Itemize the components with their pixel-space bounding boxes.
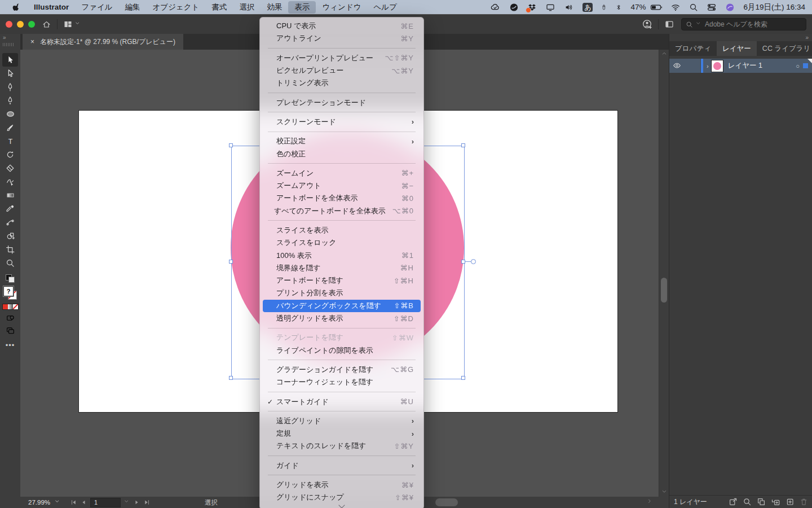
wifi-icon[interactable] (670, 3, 681, 12)
eraser-tool[interactable] (2, 161, 18, 175)
fill-swatch[interactable]: ? (3, 286, 14, 296)
expand-layer-icon[interactable]: › (707, 63, 709, 69)
artboard-number-input[interactable]: 1 (90, 498, 121, 507)
display-icon[interactable] (545, 3, 555, 12)
view-menu-item-3[interactable]: オーバープリントプレビュー⌥⇧⌘Y (263, 52, 421, 64)
menubar-item-2[interactable]: オブジェクト (147, 1, 206, 14)
layer-thumbnail[interactable] (711, 60, 723, 72)
view-menu-item-9[interactable]: スクリーンモード› (263, 116, 421, 128)
panel-tab-2[interactable]: CC ライブラリ (757, 41, 812, 56)
type-tool[interactable]: T (2, 134, 18, 148)
view-menu-item-42[interactable]: グリッドを表示⌘¥ (263, 479, 421, 491)
bbox-handle-top-left[interactable] (229, 143, 233, 147)
gradient-fill-button[interactable] (8, 304, 13, 309)
menubar-item-0[interactable]: ファイル (75, 1, 118, 14)
view-menu-item-11[interactable]: 校正設定› (263, 135, 421, 147)
dock-grip-icon[interactable] (3, 43, 14, 46)
chevron-down-icon[interactable] (124, 500, 130, 505)
menubar-item-6[interactable]: 表示 (288, 1, 316, 14)
ellipse-tool[interactable] (2, 107, 18, 121)
creative-cloud-icon[interactable] (509, 3, 519, 12)
bbox-handle-middle-left[interactable] (229, 260, 233, 264)
document-tab[interactable]: × 名称未設定-1* @ 27.99 % (RGB/プレビュー) (23, 34, 183, 50)
bluetooth-icon[interactable] (615, 3, 622, 12)
layer-row[interactable]: › レイヤー 1 ○ (669, 59, 812, 73)
artboard-tool[interactable] (2, 243, 18, 256)
apple-menu[interactable] (6, 2, 28, 12)
none-fill-button[interactable] (13, 304, 18, 309)
zoom-tool[interactable] (2, 256, 18, 270)
gradient-tool[interactable] (2, 189, 18, 202)
last-artboard-icon[interactable] (143, 499, 151, 506)
view-menu-item-36[interactable]: 遠近グリッド› (263, 415, 421, 427)
horizontal-scroll-thumb[interactable] (435, 498, 458, 506)
menubar-clock[interactable]: 6月19日(土) 16:34 (743, 2, 805, 12)
panel-toggle-icon[interactable] (664, 20, 674, 29)
vertical-scroll-thumb[interactable] (661, 278, 667, 303)
dropbox-icon[interactable] (527, 3, 537, 12)
menubar-item-8[interactable]: ヘルプ (368, 1, 403, 14)
menubar-item-7[interactable]: ウィンドウ (316, 1, 367, 14)
view-menu-item-21[interactable]: 100% 表示⌘1 (263, 249, 421, 261)
zoom-window-button[interactable] (28, 21, 35, 28)
locate-object-icon[interactable] (743, 497, 752, 506)
export-icon[interactable] (729, 497, 738, 506)
input-source-badge[interactable]: あ (582, 3, 593, 12)
selection-tool[interactable] (2, 53, 18, 67)
color-mode-strip[interactable] (2, 304, 19, 310)
curvature-tool[interactable] (2, 94, 18, 107)
minimize-window-button[interactable] (17, 21, 24, 28)
view-menu-item-22[interactable]: 境界線を隠す⌘H (263, 262, 421, 274)
view-menu-item-1[interactable]: アウトライン⌘Y (263, 32, 421, 45)
more-tools-icon[interactable]: ••• (6, 341, 15, 349)
view-menu-item-26[interactable]: 透明グリッドを表示⇧⌘D (263, 312, 421, 325)
view-menu-item-19[interactable]: スライスを表示 (263, 224, 421, 237)
device-icon[interactable] (601, 3, 607, 12)
next-artboard-icon[interactable] (134, 499, 140, 506)
view-menu-item-20[interactable]: スライスをロック (263, 237, 421, 249)
view-menu-item-29[interactable]: ライブペイントの隙間を表示 (263, 344, 421, 357)
visibility-eye-icon[interactable] (669, 62, 684, 70)
collapse-dock-icon[interactable]: » (3, 34, 6, 41)
view-menu-item-0[interactable]: CPU で表示⌘E (263, 20, 421, 32)
view-menu-item-14[interactable]: ズームイン⌘+ (263, 167, 421, 179)
view-menu-item-24[interactable]: プリント分割を表示 (263, 287, 421, 299)
drawing-modes-icon[interactable] (5, 314, 15, 322)
close-window-button[interactable] (6, 21, 12, 28)
scroll-right-icon[interactable] (647, 498, 653, 505)
view-menu-item-5[interactable]: トリミング表示 (263, 77, 421, 89)
view-menu-item-38[interactable]: テキストのスレッドを隠す⇧⌘Y (263, 440, 421, 452)
screen-mode-icon[interactable] (5, 326, 15, 335)
view-menu-item-15[interactable]: ズームアウト⌘− (263, 179, 421, 192)
view-menu-item-31[interactable]: グラデーションガイドを隠す⌥⌘G (263, 364, 421, 376)
fill-stroke-control[interactable]: ? (3, 286, 17, 300)
pen-tool[interactable] (2, 80, 18, 94)
view-menu-item-4[interactable]: ピクセルプレビュー⌥⌘Y (263, 64, 421, 77)
bbox-handle-middle-right[interactable] (461, 260, 465, 264)
lock-column[interactable] (684, 59, 701, 73)
scroll-down-icon[interactable] (661, 489, 668, 495)
close-tab-icon[interactable]: × (30, 38, 34, 46)
help-search-input[interactable]: Adobe ヘルプを検索 (681, 18, 806, 30)
spotlight-icon[interactable] (689, 3, 698, 12)
view-menu-item-34[interactable]: ✓スマートガイド⌘U (263, 395, 421, 408)
layer-name[interactable]: レイヤー 1 (728, 61, 796, 71)
bbox-rotate-handle[interactable] (471, 259, 476, 264)
app-menu-illustrator[interactable]: Illustrator (28, 2, 75, 12)
view-menu-item-23[interactable]: アートボードを隠す⇧⌘H (263, 274, 421, 287)
panel-tab-1[interactable]: レイヤー (717, 41, 757, 56)
panel-tab-0[interactable]: プロパティ (669, 41, 717, 56)
view-menu-item-7[interactable]: プレゼンテーションモード (263, 96, 421, 108)
blend-tool[interactable] (2, 216, 18, 229)
rotate-tool[interactable] (2, 148, 18, 161)
sync-cloud-icon[interactable] (489, 3, 501, 12)
vertical-scrollbar[interactable] (659, 50, 669, 497)
view-menu-item-16[interactable]: アートボードを全体表示⌘0 (263, 192, 421, 204)
view-menu-item-37[interactable]: 定規› (263, 427, 421, 440)
direct-selection-tool[interactable] (2, 67, 18, 80)
paintbrush-tool[interactable] (2, 121, 18, 134)
menu-scroll-down-icon[interactable] (260, 504, 423, 508)
shaper-tool[interactable] (2, 175, 18, 189)
color-fill-button[interactable] (3, 304, 8, 309)
layer-selection-chip[interactable] (803, 63, 808, 68)
